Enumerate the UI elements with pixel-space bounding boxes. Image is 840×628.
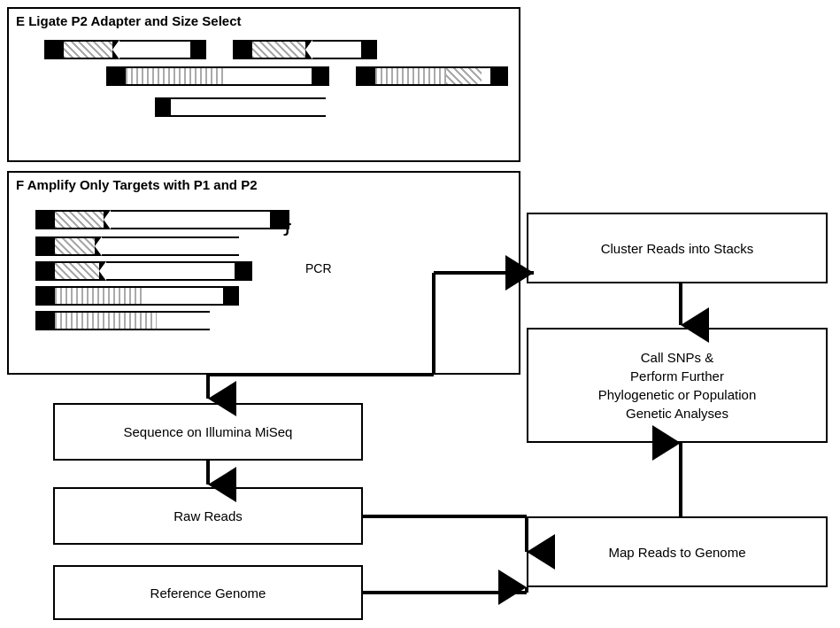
frag-f4 <box>35 286 239 306</box>
fragment-row-e3 <box>155 97 326 117</box>
frag-f5 <box>35 311 210 330</box>
fragment-row-e2 <box>106 66 508 86</box>
raw-reads-box: Raw Reads <box>53 487 363 545</box>
map-reads-box: Map Reads to Genome <box>527 516 828 587</box>
frag-f3 <box>35 261 252 281</box>
panel-f: F Amplify Only Targets with P1 and P2 <box>7 171 520 375</box>
illumina-box: Sequence on Illumina MiSeq <box>53 403 363 461</box>
cluster-box: Cluster Reads into Stacks <box>527 213 828 283</box>
diagram-container: E Ligate P2 Adapter and Size Select <box>0 0 840 628</box>
frag-f2 <box>35 236 239 256</box>
panel-f-label: F Amplify Only Targets with P1 and P2 <box>16 177 258 192</box>
panel-e: E Ligate P2 Adapter and Size Select <box>7 7 520 162</box>
frag-f1 <box>35 210 289 229</box>
pcr-brace: } <box>283 210 291 235</box>
reference-box: Reference Genome <box>53 565 363 620</box>
fragment-row-e1 <box>44 40 377 59</box>
pcr-label: PCR <box>305 261 332 275</box>
snp-box: Call SNPs & Perform Further Phylogenetic… <box>527 328 828 443</box>
panel-e-label: E Ligate P2 Adapter and Size Select <box>16 13 242 28</box>
